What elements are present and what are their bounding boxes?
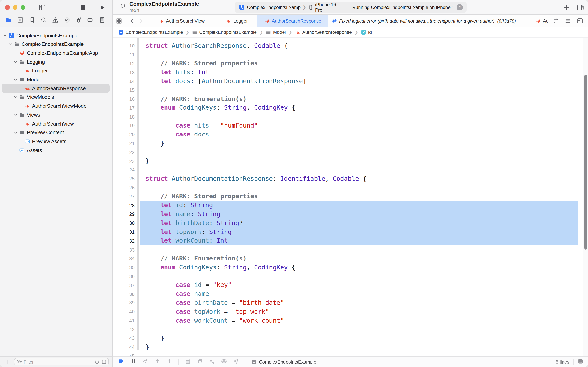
- code-line[interactable]: 15: [113, 86, 583, 95]
- code-line[interactable]: 24: [113, 166, 583, 175]
- code-line[interactable]: 27 // MARK: Stored properties: [113, 192, 583, 201]
- code-review-button[interactable]: [553, 17, 559, 24]
- code-line[interactable]: 16 // MARK: Enumeration(s): [113, 95, 583, 104]
- code-line[interactable]: 20 case docs: [113, 130, 583, 139]
- filter-field[interactable]: Filter: [14, 358, 109, 366]
- code-line[interactable]: 12 // MARK: Stored properties: [113, 59, 583, 68]
- add-filter-icon[interactable]: [101, 359, 107, 364]
- breadcrumb-item-authorsearchresponse[interactable]: AuthorSearchResponse: [295, 30, 352, 35]
- code-line[interactable]: 32 let workCount: Int: [113, 237, 583, 245]
- breadcrumb-item-id[interactable]: Pid: [361, 30, 372, 35]
- code-line[interactable]: 31 let topWork: String: [113, 228, 583, 237]
- code-line[interactable]: 18: [113, 112, 583, 121]
- simulate-location-button[interactable]: [233, 358, 239, 366]
- code-line[interactable]: 37 case id = "key": [113, 281, 583, 290]
- run-button[interactable]: [98, 4, 106, 11]
- issue-count-badge[interactable]: 2: [457, 4, 463, 10]
- code-line[interactable]: 40 case topWork = "top_work": [113, 307, 583, 316]
- sidebar-item-assets[interactable]: Assets: [0, 146, 113, 154]
- code-line[interactable]: 9: [113, 38, 583, 42]
- disclosure-chevron-icon[interactable]: [14, 113, 17, 117]
- issue-navigator-tab[interactable]: [52, 17, 59, 25]
- toggle-navigator-sidebar-icon[interactable]: [39, 4, 46, 11]
- tab-logger[interactable]: Logger: [216, 15, 257, 27]
- code-line[interactable]: 45: [113, 352, 583, 356]
- sidebar-item-model[interactable]: Model: [0, 75, 113, 84]
- code-line[interactable]: 23}: [113, 157, 583, 166]
- editor-canvas-button[interactable]: [578, 358, 583, 365]
- code-line[interactable]: 34 // MARK: Enumeration(s): [113, 254, 583, 263]
- go-back-button[interactable]: [129, 18, 135, 24]
- code-line[interactable]: 38 case name: [113, 290, 583, 299]
- sidebar-item-complexendpointsexampleapp[interactable]: ComplexEndpointsExampleApp: [0, 49, 113, 57]
- source-editor[interactable]: 910struct AuthorSearchResponse: Codable …: [113, 38, 588, 356]
- code-line[interactable]: 11: [113, 50, 583, 59]
- test-navigator-tab[interactable]: [64, 17, 70, 25]
- scrollbar-thumb[interactable]: [585, 75, 587, 250]
- run-destination[interactable]: iPhone 16 Pro: [315, 2, 341, 13]
- process-graph-button[interactable]: [209, 358, 215, 366]
- scheme-status-capsule[interactable]: ComplexEndpointsExamp ❯ iPhone 16 Pro Ru…: [235, 1, 467, 13]
- sidebar-item-complexendpointsexample[interactable]: ComplexEndpointsExample: [0, 31, 113, 40]
- code-line[interactable]: 33: [113, 245, 583, 254]
- disclosure-chevron-icon[interactable]: [14, 130, 17, 134]
- close-window-button[interactable]: [5, 5, 10, 10]
- code-line[interactable]: 44}: [113, 343, 583, 352]
- code-line[interactable]: 39 case birthDate = "birth_date": [113, 299, 583, 308]
- stop-button[interactable]: [79, 4, 87, 11]
- code-line[interactable]: 42: [113, 325, 583, 334]
- related-items-grid-icon[interactable]: [116, 18, 122, 24]
- editor-options-button[interactable]: [565, 17, 571, 24]
- breakpoints-toggle[interactable]: [118, 358, 125, 366]
- disclosure-chevron-icon[interactable]: [14, 78, 17, 82]
- code-line[interactable]: 26: [113, 183, 583, 192]
- code-line[interactable]: 25struct AuthorDocumentationResponse: Id…: [113, 175, 583, 184]
- step-into-button[interactable]: [154, 358, 161, 366]
- debug-navigator-tab[interactable]: [76, 17, 82, 25]
- bookmark-navigator-tab[interactable]: [29, 17, 35, 25]
- step-over-button[interactable]: [142, 358, 149, 366]
- pause-button[interactable]: [130, 358, 136, 366]
- code-line[interactable]: 43 }: [113, 334, 583, 343]
- environment-overrides-button[interactable]: [221, 358, 227, 366]
- sidebar-item-views[interactable]: Views: [0, 111, 113, 119]
- disclosure-chevron-icon[interactable]: [8, 42, 12, 46]
- code-line[interactable]: 35 enum CodingKeys: String, CodingKey {: [113, 263, 583, 272]
- minimize-window-button[interactable]: [13, 5, 17, 10]
- view-hierarchy-button[interactable]: [185, 358, 191, 366]
- source-control-navigator-tab[interactable]: [17, 17, 24, 25]
- code-line[interactable]: 14 let docs: [AuthorDocumentationRespons…: [113, 77, 583, 86]
- disclosure-chevron-icon[interactable]: [14, 95, 17, 99]
- tab-authorsearchresponse[interactable]: AuthorSearchResponse: [257, 15, 328, 27]
- code-line[interactable]: 19 case hits = "numFound": [113, 121, 583, 130]
- code-line[interactable]: 28 let id: String: [113, 201, 583, 210]
- tab-authorsearchview[interactable]: AuthorSearchView: [147, 15, 216, 27]
- sidebar-item-logging[interactable]: Logging: [0, 58, 113, 66]
- sidebar-item-viewmodels[interactable]: ViewModels: [0, 93, 113, 101]
- disclosure-chevron-icon[interactable]: [14, 60, 17, 64]
- memory-graph-button[interactable]: [197, 358, 203, 366]
- code-line[interactable]: 36: [113, 272, 583, 281]
- sidebar-item-logger[interactable]: Logger: [0, 67, 113, 75]
- running-process-menu[interactable]: ComplexEndpointsExample: [251, 359, 316, 365]
- find-navigator-tab[interactable]: [41, 17, 47, 25]
- sidebar-item-preview-assets[interactable]: Preview Assets: [0, 137, 113, 146]
- breadcrumb-item-complexendpointsexample[interactable]: ComplexEndpointsExample: [192, 30, 257, 35]
- add-editor-button[interactable]: [577, 17, 583, 24]
- go-forward-button[interactable]: [138, 18, 144, 24]
- inspector-toggle-button[interactable]: [577, 4, 584, 11]
- code-line[interactable]: 29 let name: String: [113, 210, 583, 219]
- recent-files-clock-icon[interactable]: [94, 359, 100, 364]
- sidebar-item-preview-content[interactable]: Preview Content: [0, 128, 113, 137]
- zoom-window-button[interactable]: [21, 5, 25, 10]
- breadcrumb-item-model[interactable]: Model: [266, 30, 286, 35]
- code-line[interactable]: 21 }: [113, 139, 583, 148]
- sidebar-item-authorsearchview[interactable]: AuthorSearchView: [0, 119, 113, 128]
- code-line[interactable]: 41 case workCount = "work_count": [113, 316, 583, 325]
- sidebar-item-complexendpointsexample[interactable]: ComplexEndpointsExample: [0, 40, 113, 48]
- code-line[interactable]: 22: [113, 148, 583, 157]
- library-plus-button[interactable]: [563, 4, 570, 11]
- editor-scrollbar[interactable]: [583, 38, 588, 356]
- code-line[interactable]: 30 let birthDate: String?: [113, 219, 583, 228]
- add-file-button[interactable]: [4, 359, 10, 365]
